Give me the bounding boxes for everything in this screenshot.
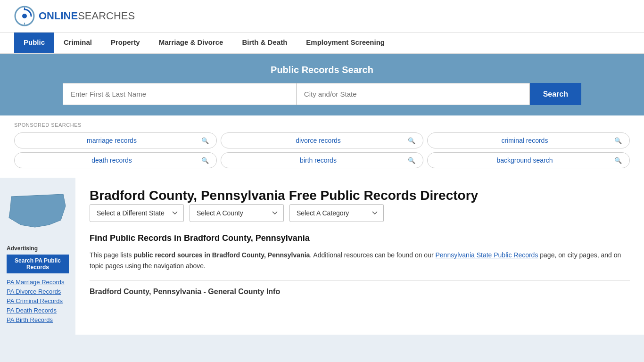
main-nav: Public Criminal Property Marriage & Divo… (0, 33, 644, 54)
list-item: PA Death Records (7, 306, 69, 314)
description-part1: This page lists (90, 251, 133, 259)
list-item: PA Divorce Records (7, 288, 69, 295)
description-bold1: public record sources in Bradford County… (133, 251, 310, 259)
sponsored-grid: marriage records 🔍 divorce records 🔍 cri… (14, 132, 630, 168)
pa-divorce-link[interactable]: PA Divorce Records (7, 288, 61, 295)
svg-point-1 (22, 14, 27, 18)
pa-death-link[interactable]: PA Death Records (7, 307, 57, 314)
search-banner: Public Records Search Search (0, 54, 644, 115)
site-header: ONLINESEARCHES (0, 0, 644, 33)
county-info-title: Bradford County, Pennsylvania - General … (90, 280, 630, 296)
nav-item-employment[interactable]: Employment Screening (297, 33, 394, 53)
search-form: Search (63, 83, 581, 105)
sponsored-item-background[interactable]: background search 🔍 (427, 152, 630, 168)
logo-icon (14, 6, 35, 26)
sponsored-item-death[interactable]: death records 🔍 (14, 152, 217, 168)
location-input[interactable] (296, 83, 530, 105)
dropdowns-row: Select a Different State Select A County… (90, 204, 630, 222)
state-map (7, 187, 69, 236)
pa-state-link[interactable]: Pennsylvania State Public Records (436, 251, 538, 259)
state-dropdown[interactable]: Select a Different State (90, 204, 184, 222)
search-icon-3: 🔍 (201, 157, 209, 164)
sponsored-label: SPONSORED SEARCHES (14, 122, 630, 128)
logo[interactable]: ONLINESEARCHES (14, 6, 135, 26)
pennsylvania-map-icon (7, 187, 68, 234)
page-title: Bradford County, Pennsylvania Free Publi… (90, 187, 630, 204)
sponsored-item-marriage[interactable]: marriage records 🔍 (14, 132, 217, 148)
category-dropdown[interactable]: Select A Category (289, 204, 384, 222)
sponsored-item-divorce[interactable]: divorce records 🔍 (221, 132, 423, 148)
search-icon-0: 🔍 (201, 137, 209, 144)
search-icon-5: 🔍 (614, 157, 622, 164)
description-text: This page lists public record sources in… (90, 250, 630, 271)
pa-criminal-link[interactable]: PA Criminal Records (7, 297, 63, 304)
sponsored-section: SPONSORED SEARCHES marriage records 🔍 di… (0, 115, 644, 178)
search-icon-4: 🔍 (408, 157, 415, 164)
ad-search-pa-button[interactable]: Search PA Public Records (7, 255, 69, 273)
svg-marker-4 (9, 194, 66, 227)
search-banner-title: Public Records Search (14, 65, 630, 75)
county-dropdown[interactable]: Select A County (190, 204, 284, 222)
find-records-title: Find Public Records in Bradford County, … (90, 233, 630, 243)
advertising-label: Advertising (7, 245, 69, 252)
nav-item-public[interactable]: Public (14, 33, 54, 53)
list-item: PA Marriage Records (7, 278, 69, 286)
list-item: PA Birth Records (7, 316, 69, 323)
search-button[interactable]: Search (530, 83, 581, 105)
pa-marriage-link[interactable]: PA Marriage Records (7, 279, 65, 286)
list-item: PA Criminal Records (7, 297, 69, 304)
nav-item-criminal[interactable]: Criminal (54, 33, 101, 53)
sidebar-links: PA Marriage Records PA Divorce Records P… (7, 278, 69, 323)
nav-item-birth-death[interactable]: Birth & Death (232, 33, 297, 53)
nav-item-property[interactable]: Property (101, 33, 149, 53)
name-input[interactable] (63, 83, 296, 105)
sidebar: Advertising Search PA Public Records PA … (0, 178, 75, 335)
search-icon-2: 🔍 (614, 137, 622, 144)
sponsored-item-criminal[interactable]: criminal records 🔍 (427, 132, 630, 148)
description-part2: . Additional resources can be found on o… (310, 251, 435, 259)
nav-item-marriage-divorce[interactable]: Marriage & Divorce (149, 33, 233, 53)
search-icon-1: 🔍 (408, 137, 415, 144)
logo-text: ONLINESEARCHES (39, 10, 135, 22)
main-content: Advertising Search PA Public Records PA … (0, 178, 644, 335)
sponsored-item-birth[interactable]: birth records 🔍 (221, 152, 423, 168)
content-area: Bradford County, Pennsylvania Free Publi… (75, 178, 644, 335)
pa-birth-link[interactable]: PA Birth Records (7, 316, 53, 323)
